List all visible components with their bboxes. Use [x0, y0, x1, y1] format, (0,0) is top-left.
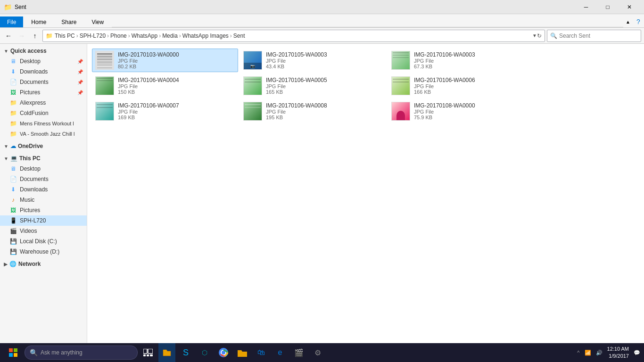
start-button[interactable] — [4, 343, 23, 362]
sidebar-item-localc[interactable]: 💾 Local Disk (C:) — [0, 236, 87, 247]
minimize-button[interactable]: ─ — [575, 0, 597, 14]
up-button[interactable]: ↑ — [29, 30, 41, 41]
file-item[interactable]: IMG-20170106-WA0003 JPG File 67.3 KB — [388, 49, 534, 72]
tab-view[interactable]: View — [84, 16, 111, 27]
taskbar-app-skype[interactable]: S — [177, 343, 194, 362]
taskbar-app-explorer[interactable] — [158, 343, 175, 362]
file-size: 166 KB — [414, 89, 531, 95]
help-button[interactable]: ? — [633, 16, 644, 27]
sidebar-item-label: Warehouse (D:) — [20, 248, 59, 255]
taskbar-app-media[interactable]: 🎬 — [290, 343, 307, 362]
address-bar[interactable]: 📁 This PC › SPH-L720 › Phone › WhatsApp … — [42, 30, 545, 42]
sidebar-item-videos[interactable]: 🎬 Videos — [0, 226, 87, 236]
sidebar-item-label: Desktop — [20, 58, 41, 65]
search-input[interactable] — [559, 33, 638, 39]
title-bar: 📁 Sent ─ □ ✕ — [0, 0, 644, 14]
file-type: JPG File — [118, 109, 235, 115]
sidebar-item-desktop-qa[interactable]: 🖥 Desktop 📌 — [0, 56, 87, 66]
sidebar-item-aliexpress[interactable]: 📁 Aliexpress — [0, 98, 87, 108]
search-box[interactable]: 🔍 — [547, 30, 641, 42]
tab-file[interactable]: File — [0, 16, 23, 27]
file-item[interactable]: IMG-20170106-WA0004 JPG File 150 KB — [92, 74, 238, 98]
file-info: IMG-20170106-WA0003 JPG File 67.3 KB — [414, 51, 531, 69]
file-item[interactable]: IMG-20170108-WA0000 JPG File 75.9 KB — [388, 99, 534, 123]
onedrive-label: OneDrive — [18, 143, 43, 149]
file-item[interactable]: IMG-20170106-WA0008 JPG File 195 KB — [240, 99, 386, 123]
sidebar-item-downloads-qa[interactable]: ⬇ Downloads 📌 — [0, 66, 87, 77]
sidebar-network-header[interactable]: ▶ 🌐 Network — [0, 259, 87, 269]
sidebar-item-pictures-pc[interactable]: 🖼 Pictures — [0, 205, 87, 215]
taskbar: 🔍 Ask me anything S ⬡ — [0, 343, 644, 362]
notification-icon[interactable]: 💬 — [634, 350, 640, 356]
file-type: JPG File — [118, 83, 235, 89]
sidebar-item-label: Downloads — [20, 186, 48, 193]
thispc-chevron: ▼ — [4, 156, 8, 161]
breadcrumb-whatsapp-images[interactable]: WhatsApp Images — [182, 33, 229, 39]
taskbar-taskview[interactable] — [140, 343, 157, 362]
forward-button[interactable]: → — [16, 30, 27, 41]
sidebar-item-sph[interactable]: 📱 SPH-L720 — [0, 215, 87, 226]
network-status-icon: 📶 — [585, 350, 591, 356]
network-chevron: ▶ — [4, 262, 8, 267]
clock-date: 1/9/2017 — [607, 353, 629, 360]
file-name: IMG-20170106-WA0005 — [266, 77, 383, 83]
file-thumbnail — [95, 51, 114, 70]
tab-share[interactable]: Share — [54, 16, 83, 27]
sidebar-item-label: Documents — [20, 176, 49, 182]
thispc-icon: 💻 — [10, 155, 17, 162]
sidebar-item-mensfit[interactable]: 📁 Mens Fitness Workout l — [0, 118, 87, 129]
ribbon-collapse-button[interactable]: ▲ — [623, 16, 633, 27]
taskbar-app-edge[interactable]: e — [272, 343, 289, 362]
sidebar-item-music[interactable]: ♪ Music — [0, 195, 87, 205]
sidebar-item-coldfusion[interactable]: 📁 ColdFusion — [0, 108, 87, 118]
sidebar-item-warehoused[interactable]: 💾 Warehouse (D:) — [0, 247, 87, 257]
taskbar-app-chrome[interactable] — [215, 343, 232, 362]
address-dropdown-button[interactable]: ▼ — [532, 33, 537, 38]
refresh-button[interactable]: ↻ — [537, 33, 542, 39]
breadcrumb-thispc[interactable]: This PC — [55, 33, 75, 39]
tab-home[interactable]: Home — [24, 16, 53, 27]
maximize-button[interactable]: □ — [597, 0, 619, 14]
breadcrumb-whatsapp[interactable]: WhatsApp — [132, 33, 157, 39]
sidebar-item-pictures-qa[interactable]: 🖼 Pictures 📌 — [0, 87, 87, 98]
taskbar-clock[interactable]: 12:10 AM 1/9/2017 — [607, 346, 629, 360]
close-button[interactable]: ✕ — [619, 0, 640, 14]
sidebar: ▼ Quick access 🖥 Desktop 📌 ⬇ Downloads 📌… — [0, 44, 87, 349]
network-label: Network — [18, 261, 41, 267]
sidebar-item-label: Documents — [20, 79, 49, 85]
file-name: IMG-20170106-WA0004 — [118, 77, 235, 83]
file-item[interactable]: IMG-20170103-WA0000 JPG File 80.2 KB — [92, 49, 238, 72]
svg-rect-2 — [9, 353, 13, 357]
file-name: IMG-20170103-WA0000 — [118, 51, 235, 58]
folder-icon: 📁 — [9, 130, 17, 138]
breadcrumb-phone[interactable]: Phone — [110, 33, 127, 39]
svg-rect-4 — [143, 349, 147, 354]
file-item[interactable]: IMG-20170106-WA0006 JPG File 166 KB — [388, 74, 534, 98]
taskbar-app-unknown[interactable]: ⚙ — [309, 343, 326, 362]
sidebar-item-smoothjazz[interactable]: 📁 VA - Smooth Jazz Chill l — [0, 129, 87, 139]
file-type: JPG File — [118, 58, 235, 64]
sidebar-onedrive-header[interactable]: ▼ ☁ OneDrive — [0, 141, 87, 151]
breadcrumb-media[interactable]: Media — [162, 33, 178, 39]
file-item[interactable]: IMG-20170106-WA0005 JPG File 165 KB — [240, 74, 386, 98]
file-item[interactable]: 📷 IMG-20170105-WA0003 JPG File 43.4 KB — [240, 49, 386, 72]
sidebar-quickaccess-header[interactable]: ▼ Quick access — [0, 46, 87, 56]
sidebar-item-downloads-pc[interactable]: ⬇ Downloads — [0, 184, 87, 195]
taskbar-app-arduino[interactable]: ⬡ — [196, 343, 213, 362]
breadcrumb-sph[interactable]: SPH-L720 — [80, 33, 106, 39]
svg-rect-6 — [143, 354, 146, 356]
sidebar-item-documents-pc[interactable]: 📄 Documents — [0, 174, 87, 184]
taskbar-right: ^ 📶 🔊 12:10 AM 1/9/2017 💬 — [577, 346, 640, 360]
file-info: IMG-20170106-WA0005 JPG File 165 KB — [266, 77, 383, 95]
pin-icon: 📌 — [77, 59, 83, 64]
sidebar-item-desktop-pc[interactable]: 🖥 Desktop — [0, 164, 87, 174]
taskbar-app-store[interactable]: 🛍 — [253, 343, 270, 362]
pictures-icon: 🖼 — [9, 89, 17, 96]
taskbar-app-filemanager[interactable] — [234, 343, 251, 362]
taskbar-search[interactable]: 🔍 Ask me anything — [25, 346, 138, 360]
back-button[interactable]: ← — [3, 30, 14, 41]
sidebar-thispc-header[interactable]: ▼ 💻 This PC — [0, 153, 87, 164]
sidebar-item-documents-qa[interactable]: 📄 Documents 📌 — [0, 77, 87, 87]
file-info: IMG-20170106-WA0006 JPG File 166 KB — [414, 77, 531, 95]
file-item[interactable]: IMG-20170106-WA0007 JPG File 169 KB — [92, 99, 238, 123]
